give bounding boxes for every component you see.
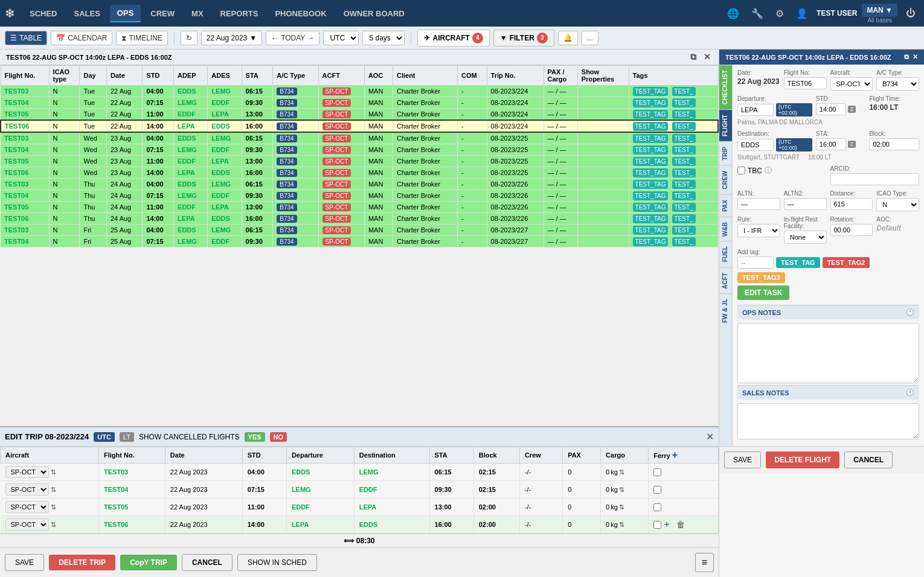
rotation-input[interactable] bbox=[830, 224, 873, 236]
sta-input[interactable] bbox=[816, 138, 846, 150]
cargo-stepper[interactable]: ⇅ bbox=[619, 468, 624, 476]
departure-input[interactable] bbox=[737, 104, 774, 116]
cargo-stepper[interactable]: ⇅ bbox=[619, 503, 624, 511]
ferry-checkbox[interactable] bbox=[653, 468, 661, 476]
nav-owner-board[interactable]: OWNER BOARD bbox=[336, 5, 412, 22]
nav-phonebook[interactable]: PHONEBOOK bbox=[268, 5, 333, 22]
edit-task-btn[interactable]: EDIT TASK bbox=[737, 285, 789, 300]
tab-checklist[interactable]: CHECKLIST bbox=[719, 65, 732, 109]
ferry-checkbox[interactable] bbox=[653, 521, 661, 529]
table-view-btn[interactable]: ☰ TABLE bbox=[5, 31, 47, 45]
power-icon[interactable]: ⏻ bbox=[902, 5, 919, 21]
timezone-select[interactable]: UTC bbox=[323, 31, 359, 45]
close-header-icon[interactable]: ✕ bbox=[702, 52, 713, 62]
table-row[interactable]: TEST06 N Thu 24 Aug 14:00 LEPA EDDS 16:0… bbox=[1, 213, 718, 225]
trip-save-btn[interactable]: SAVE bbox=[5, 554, 44, 571]
trip-table-row[interactable]: SP-OCT ⇅ TEST03 22 Aug 2023 04:00 EDDS L… bbox=[1, 464, 719, 481]
cargo-stepper[interactable]: ⇅ bbox=[619, 486, 624, 494]
aircraft-filter-btn[interactable]: ✈ AIRCRAFT 4 bbox=[417, 30, 489, 46]
table-row[interactable]: TEST04 N Fri 25 Aug 07:15 LEMG EDDF 09:3… bbox=[1, 236, 718, 247]
right-header-close-icon[interactable]: ✕ bbox=[913, 53, 918, 61]
trip-show-sched-btn[interactable]: SHOW IN SCHED bbox=[237, 554, 317, 571]
tab-fw-jl[interactable]: FW & JL bbox=[719, 293, 732, 328]
altn-input[interactable] bbox=[737, 198, 780, 210]
ac-type-select[interactable]: B734 bbox=[876, 77, 919, 91]
tab-pax[interactable]: PAX bbox=[719, 194, 732, 217]
aircraft-row-select[interactable]: SP-OCT bbox=[5, 501, 49, 513]
nav-sched[interactable]: SCHED bbox=[22, 5, 65, 22]
tab-fuel[interactable]: FUEL bbox=[719, 241, 732, 267]
table-row[interactable]: TEST04 N Thu 24 Aug 07:15 LEMG EDDF 09:3… bbox=[1, 190, 718, 202]
aircraft-row-select[interactable]: SP-OCT bbox=[5, 466, 49, 478]
timeline-view-btn[interactable]: ⧗ TIMELINE bbox=[116, 31, 167, 45]
distance-input[interactable] bbox=[830, 198, 873, 210]
globe-icon[interactable]: 🌐 bbox=[723, 5, 743, 22]
tab-crew[interactable]: CREW bbox=[719, 165, 732, 194]
settings-icon[interactable]: ⚙ bbox=[772, 5, 788, 22]
filter-btn[interactable]: ▼ FILTER 3 bbox=[493, 30, 554, 46]
trip-cancel-btn[interactable]: CANCEL bbox=[182, 554, 233, 571]
alarm-btn[interactable]: 🔔 bbox=[558, 31, 578, 45]
add-row-btn[interactable]: + bbox=[664, 519, 669, 530]
tag-2[interactable]: TEST_TAG2 bbox=[823, 257, 870, 268]
table-row[interactable]: TEST05 N Wed 23 Aug 11:00 EDDF LEPA 13:0… bbox=[1, 156, 718, 167]
inflight-select[interactable]: None bbox=[784, 231, 827, 244]
destination-input[interactable] bbox=[737, 139, 774, 151]
date-picker[interactable]: 22 Aug 2023 ▼ bbox=[201, 31, 262, 45]
aircraft-select[interactable]: SP-OCT bbox=[830, 77, 873, 91]
tag-1[interactable]: TEST_TAG bbox=[776, 257, 820, 268]
refresh-btn[interactable]: ↻ bbox=[181, 31, 197, 45]
table-row[interactable]: TEST03 N Fri 25 Aug 04:00 EDDS LEMG 06:1… bbox=[1, 225, 718, 236]
table-row[interactable]: TEST04 N Wed 23 Aug 07:15 LEMG EDDF 09:3… bbox=[1, 144, 718, 156]
delete-row-btn[interactable]: 🗑 bbox=[675, 520, 687, 529]
right-header-copy-icon[interactable]: ⧉ bbox=[904, 53, 909, 61]
nav-reports[interactable]: REPORTS bbox=[213, 5, 266, 22]
no-badge[interactable]: NO bbox=[270, 432, 287, 442]
block-input[interactable] bbox=[869, 138, 919, 150]
tab-flight[interactable]: FLIGHT bbox=[719, 109, 732, 141]
today-btn[interactable]: ← TODAY → bbox=[266, 31, 319, 45]
tab-trip[interactable]: TRIP bbox=[719, 141, 732, 165]
up-down-icon[interactable]: ⇅ bbox=[51, 503, 56, 511]
icao-type-select[interactable]: N I Z bbox=[876, 198, 919, 211]
right-cancel-btn[interactable]: CANCEL bbox=[844, 451, 893, 468]
man-dropdown[interactable]: MAN ▼ bbox=[862, 4, 897, 17]
tools-icon[interactable]: 🔧 bbox=[748, 5, 767, 22]
tag-3[interactable]: TEST_TAG3 bbox=[737, 272, 785, 283]
nav-mx[interactable]: MX bbox=[184, 5, 211, 22]
hamburger-btn[interactable]: ≡ bbox=[695, 553, 714, 572]
table-row[interactable]: TEST06 N Wed 23 Aug 14:00 LEPA EDDS 16:0… bbox=[1, 167, 718, 179]
right-save-btn[interactable]: SAVE bbox=[724, 451, 761, 468]
ferry-checkbox[interactable] bbox=[653, 486, 661, 494]
std-input[interactable] bbox=[816, 103, 846, 115]
trip-table-row[interactable]: SP-OCT ⇅ TEST04 22 Aug 2023 07:15 LEMG E… bbox=[1, 481, 719, 499]
rule-select[interactable]: I - IFR bbox=[737, 224, 780, 237]
up-down-icon[interactable]: ⇅ bbox=[51, 521, 56, 529]
aircraft-row-select[interactable]: SP-OCT bbox=[5, 483, 49, 496]
table-row[interactable]: TEST04 N Tue 22 Aug 07:15 LEMG EDDF 09:3… bbox=[1, 97, 718, 109]
nav-crew[interactable]: CREW bbox=[143, 5, 182, 22]
table-row[interactable]: TEST06 N Tue 22 Aug 14:00 LEPA EDDS 16:0… bbox=[1, 120, 718, 132]
trip-table-row[interactable]: SP-OCT ⇅ TEST06 22 Aug 2023 14:00 LEPA E… bbox=[1, 516, 719, 534]
table-row[interactable]: TEST05 N Tue 22 Aug 11:00 EDDF LEPA 13:0… bbox=[1, 109, 718, 121]
trip-copy-btn[interactable]: CopY TRIP bbox=[120, 555, 177, 570]
altn2-input[interactable] bbox=[784, 198, 827, 210]
arcid-input[interactable] bbox=[830, 173, 920, 185]
more-options-btn[interactable]: ... bbox=[582, 31, 598, 45]
yes-badge[interactable]: YES bbox=[245, 432, 265, 442]
tbc-checkbox[interactable] bbox=[737, 167, 745, 174]
lt-badge[interactable]: LT bbox=[120, 432, 134, 442]
trip-table-row[interactable]: SP-OCT ⇅ TEST05 22 Aug 2023 11:00 EDDF L… bbox=[1, 499, 719, 516]
trip-delete-btn[interactable]: DELETE TRIP bbox=[49, 555, 115, 570]
days-select[interactable]: 5 days 3 days 7 days bbox=[362, 31, 405, 45]
sales-notes-textarea[interactable] bbox=[737, 403, 919, 439]
ferry-checkbox[interactable] bbox=[653, 503, 661, 511]
table-row[interactable]: TEST03 N Tue 22 Aug 04:00 EDDS LEMG 06:1… bbox=[1, 86, 718, 97]
calendar-view-btn[interactable]: 📅 CALENDAR bbox=[51, 31, 112, 45]
table-row[interactable]: TEST03 N Thu 24 Aug 04:00 EDDS LEMG 06:1… bbox=[1, 179, 718, 190]
table-row[interactable]: TEST03 N Wed 23 Aug 04:00 EDDS LEMG 06:1… bbox=[1, 132, 718, 144]
tab-acft[interactable]: ACFT bbox=[719, 267, 732, 294]
ops-notes-textarea[interactable] bbox=[737, 323, 919, 383]
table-row[interactable]: TEST05 N Thu 24 Aug 11:00 EDDF LEPA 13:0… bbox=[1, 202, 718, 213]
utc-badge[interactable]: UTC bbox=[94, 432, 115, 442]
